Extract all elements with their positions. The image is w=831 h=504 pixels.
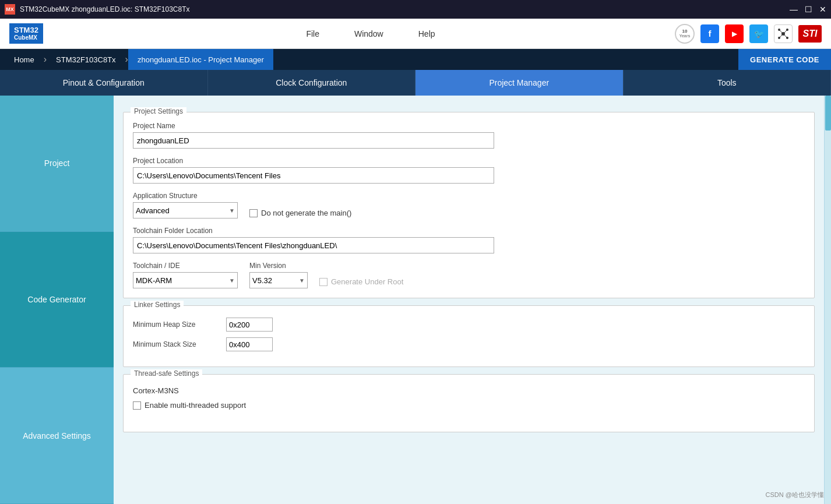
generate-code-button[interactable]: GENERATE CODE [738,49,831,70]
tab-project-manager-label: Project Manager [489,78,549,87]
window-title: STM32CubeMX zhongduanLED.ioc: STM32F103C… [20,5,785,13]
do-not-generate-label: Do not generate the main() [261,209,351,217]
window-controls: — ☐ ✕ [790,5,826,14]
tab-clock-label: Clock Configuration [276,78,347,87]
project-name-row: Project Name [133,122,805,149]
min-stack-label: Minimum Stack Size [133,340,220,348]
sidebar-item-code-generator[interactable]: Code Generator [0,232,114,368]
st-icon[interactable]: STI [798,25,822,43]
menu-window[interactable]: Window [354,29,383,38]
thread-settings-panel: Thread-safe Settings Cortex-M3NS Enable … [123,374,815,432]
min-version-arrow: ▼ [299,277,305,284]
tab-project-manager[interactable]: Project Manager [416,70,624,96]
thread-settings-title: Thread-safe Settings [131,369,202,378]
menu-help[interactable]: Help [418,29,435,38]
anniversary-icon[interactable]: 10 Years [675,24,695,44]
menu-file[interactable]: File [306,29,319,38]
min-heap-row: Minimum Heap Size [133,318,805,332]
svg-line-8 [783,34,787,38]
svg-line-6 [783,30,787,34]
app-structure-label: Application Structure [133,192,238,200]
brand-box: STM32 CubeMX [9,23,43,44]
generate-under-root-checkbox [319,278,328,286]
project-location-row: Project Location [133,157,805,184]
tab-pinout[interactable]: Pinout & Configuration [0,70,208,96]
do-not-generate-checkbox[interactable] [249,209,258,217]
project-location-input[interactable] [133,167,494,184]
toolchain-ide-label: Toolchain / IDE [133,262,238,270]
content-area: Project Settings Project Name Project Lo… [114,96,824,504]
toolchain-folder-label: Toolchain Folder Location [133,227,805,235]
project-settings-panel: Project Settings Project Name Project Lo… [123,112,815,298]
maximize-button[interactable]: ☐ [805,5,812,14]
enable-multithreaded-label: Enable multi-threaded support [145,401,246,410]
tabbar: Pinout & Configuration Clock Configurati… [0,70,831,96]
brand-logo: STM32 CubeMX [9,23,43,44]
min-version-value: V5.32 [252,276,272,285]
svg-line-5 [779,30,783,34]
app-structure-arrow: ▼ [229,207,235,214]
twitter-icon[interactable]: 🐦 [749,24,768,43]
scrollbar-thumb[interactable] [825,96,831,131]
sidebar-project-label: Project [44,158,70,168]
tab-clock[interactable]: Clock Configuration [208,70,416,96]
do-not-generate-row: Do not generate the main() [249,209,351,218]
toolchain-ide-arrow: ▼ [229,277,235,284]
sidebar-code-generator-label: Code Generator [27,295,86,304]
sidebar: Project Code Generator Advanced Settings [0,96,114,504]
sidebar-item-advanced-settings[interactable]: Advanced Settings [0,368,114,504]
breadcrumb: Home › STM32F103C8Tx › zhongduanLED.ioc … [0,49,831,70]
toolchain-folder-input[interactable] [133,237,494,253]
generate-under-root-label: Generate Under Root [331,277,403,286]
svg-line-7 [779,34,783,38]
min-heap-label: Minimum Heap Size [133,320,220,329]
min-version-select[interactable]: V5.32 ▼ [249,272,308,288]
breadcrumb-project[interactable]: zhongduanLED.ioc - Project Manager [128,49,273,70]
toolchain-folder-row: Toolchain Folder Location [133,227,805,253]
min-heap-input[interactable] [226,318,273,332]
tab-pinout-label: Pinout & Configuration [63,78,145,87]
minimize-button[interactable]: — [790,5,798,14]
project-name-label: Project Name [133,122,805,130]
main-area: Project Code Generator Advanced Settings… [0,96,831,504]
social-icons: 10 Years f ▶ 🐦 STI [675,24,822,44]
sidebar-advanced-settings-label: Advanced Settings [23,431,91,440]
facebook-icon[interactable]: f [700,24,719,43]
close-button[interactable]: ✕ [819,5,826,14]
generate-under-root-row: Generate Under Root [319,277,403,286]
generate-under-root-col: Generate Under Root [319,277,403,288]
min-version-col: Min Version V5.32 ▼ [249,262,308,288]
enable-multithreaded-checkbox[interactable] [133,401,141,410]
sidebar-item-project[interactable]: Project [0,96,114,232]
menubar: STM32 CubeMX File Window Help 10 Years f… [0,19,831,49]
app-logo: MX [5,4,15,15]
toolchain-ide-value: MDK-ARM [136,276,172,285]
linker-settings-title: Linker Settings [131,301,184,309]
brand-stm32: STM32 [14,26,38,35]
titlebar: MX STM32CubeMX zhongduanLED.ioc: STM32F1… [0,0,831,19]
project-name-input[interactable] [133,132,494,149]
min-version-label: Min Version [249,262,308,270]
linker-settings-panel: Linker Settings Minimum Heap Size Minimu… [123,305,815,367]
youtube-icon[interactable]: ▶ [725,24,744,43]
toolchain-ide-select[interactable]: MDK-ARM ▼ [133,272,238,288]
app-structure-col: Application Structure Advanced ▼ [133,192,238,218]
toolchain-ide-col: Toolchain / IDE MDK-ARM ▼ [133,262,238,288]
cortex-label: Cortex-M3NS [133,386,805,395]
scrollbar-track[interactable] [824,96,831,504]
tab-tools[interactable]: Tools [624,70,832,96]
project-settings-title: Project Settings [131,107,186,115]
enable-multithreaded-row: Enable multi-threaded support [133,401,805,410]
app-structure-select[interactable]: Advanced ▼ [133,202,238,218]
network-icon[interactable] [774,24,793,43]
app-structure-row: Application Structure Advanced ▼ Do not … [133,192,805,218]
menu-items: File Window Help [66,29,675,38]
brand-cubemx: CubeMX [14,34,38,41]
breadcrumb-chip[interactable]: STM32F103C8Tx [47,49,125,70]
min-stack-input[interactable] [226,337,273,351]
tab-tools-label: Tools [717,78,737,87]
app-structure-value: Advanced [136,206,170,215]
breadcrumb-home[interactable]: Home [5,49,44,70]
logo-text: MX [6,6,14,12]
toolchain-ide-row: Toolchain / IDE MDK-ARM ▼ Min Version V5… [133,262,805,288]
